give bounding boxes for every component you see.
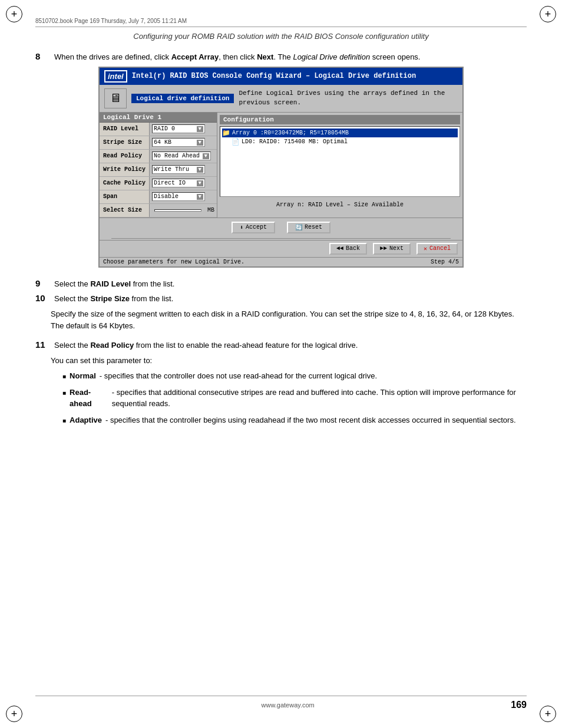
bios-dialog: intel Intel(r) RAID BIOS Console Config …	[98, 67, 464, 268]
bios-label-select-size: Select Size	[100, 204, 150, 217]
step-10-text-end: from the list.	[130, 294, 173, 303]
bios-select-stripe-size[interactable]: 64 KB ▼	[152, 138, 205, 147]
cancel-x-icon: ✕	[424, 245, 427, 252]
file-info: 8510702.book Page 169 Thursday, July 7, …	[35, 18, 187, 24]
bios-nav-row: ◄◄ Back ►► Next ✕ Cancel	[100, 240, 462, 257]
step-10: 10 Select the Stripe Size from the list.…	[35, 293, 527, 332]
bios-select-write-policy-arrow[interactable]: ▼	[197, 167, 203, 173]
bios-label-write-policy: Write Policy	[100, 163, 150, 176]
bios-row-cache-policy: Cache Policy Direct IO ▼	[100, 177, 217, 190]
bios-label-cache-policy: Cache Policy	[100, 177, 150, 190]
bios-select-span-arrow[interactable]: ▼	[197, 194, 203, 200]
step-8-text-end: screen opens.	[370, 52, 420, 61]
footer-page-number: 169	[511, 700, 527, 710]
bios-select-write-policy[interactable]: Write Thru ▼	[152, 165, 205, 174]
bios-select-raid-level[interactable]: RAID 0 ▼	[152, 124, 205, 133]
bios-select-stripe-size-value: 64 KB	[154, 139, 171, 146]
bios-tree-icon-0: 📁	[222, 129, 230, 137]
bios-input-select-size[interactable]	[154, 209, 201, 212]
bios-header-desc-line2: previous screen.	[239, 98, 445, 107]
bios-tree-item-1[interactable]: 📄 LD0: RAID0: 715408 MB: Optimal	[222, 137, 458, 146]
bios-header-desc-line1: Define Logical Drives using the arrays d…	[239, 89, 445, 98]
corner-mark-tr	[540, 6, 556, 22]
bios-select-span-value: Disable	[154, 193, 178, 200]
step-9-number: 9	[35, 278, 51, 290]
step-11-number: 11	[35, 340, 51, 351]
bios-config-header: Configuration	[220, 115, 460, 124]
bios-select-cache-policy-arrow[interactable]: ▼	[197, 180, 203, 186]
bios-accept-row: ⬇ Accept 🔄 Reset	[100, 218, 462, 237]
step-10-number: 10	[35, 293, 51, 305]
step-11-text: Select the Read Policy from the list to …	[54, 340, 358, 351]
step-8-text: When the drives are defined, click Accep…	[54, 51, 420, 63]
step-8-text-after: . The	[273, 52, 293, 61]
step-8-bold2: Next	[257, 52, 273, 61]
bullet-readahead-bold: Read-ahead	[70, 387, 108, 410]
step-11-bold: Read Policy	[90, 341, 134, 350]
accept-label: Accept	[246, 224, 267, 230]
step-9-text-end: from the list.	[131, 279, 174, 288]
cancel-button[interactable]: ✕ Cancel	[416, 243, 458, 255]
step-8-text-mid: , then click	[219, 52, 257, 61]
bios-status-text: Choose parameters for new Logical Drive.	[103, 259, 244, 265]
bios-row-write-policy: Write Policy Write Thru ▼	[100, 163, 217, 177]
back-label: Back	[346, 245, 360, 252]
bios-tree: 📁 Array 0 :R0=230472MB; R5=178054MB 📄 LD…	[220, 126, 460, 197]
bios-row-span: Span Disable ▼	[100, 190, 217, 204]
bios-select-cache-policy-value: Direct IO	[154, 180, 186, 186]
bios-header-desc: Define Logical Drives using the arrays d…	[239, 89, 445, 107]
next-label: Next	[389, 245, 404, 252]
bios-status-row: Choose parameters for new Logical Drive.…	[100, 257, 462, 266]
page-footer: www.gateway.com 169	[35, 696, 527, 710]
bios-select-cache-policy[interactable]: Direct IO ▼	[152, 179, 205, 187]
bios-body: Logical Drive 1 RAID Level RAID 0 ▼ Stri…	[100, 113, 462, 218]
bios-tree-icon-1: 📄	[232, 138, 240, 146]
array-info: Array n: RAID Level – Size Available	[220, 197, 460, 210]
bios-tree-item-0[interactable]: 📁 Array 0 :R0=230472MB; R5=178054MB	[222, 129, 458, 137]
step-10-header: 10 Select the Stripe Size from the list.	[35, 293, 527, 305]
step-11-desc: You can set this parameter to:	[51, 355, 527, 367]
step-8-bold1: Accept Array	[171, 52, 219, 61]
step-8-text-before: When the drives are defined, click	[54, 52, 171, 61]
step-11: 11 Select the Read Policy from the list …	[35, 340, 527, 426]
bullet-readahead-text: - specifies that additional consecutive …	[112, 387, 527, 410]
bullet-adaptive: Adaptive - specifies that the controller…	[62, 414, 527, 426]
bios-select-span[interactable]: Disable ▼	[152, 192, 205, 201]
step-9-text-before: Select the	[54, 279, 90, 288]
subtitle: Configuring your ROMB RAID solution with…	[35, 32, 527, 41]
bios-select-raid-level-arrow[interactable]: ▼	[197, 126, 203, 132]
bios-header-label: Logical drive definition	[131, 94, 234, 103]
bios-select-read-policy-arrow[interactable]: ▼	[203, 153, 209, 159]
footer-url: www.gateway.com	[65, 701, 511, 709]
step-11-text-before: Select the	[54, 341, 90, 350]
next-button[interactable]: ►► Next	[373, 243, 411, 255]
bios-row-read-policy: Read Policy No Read Ahead ▼	[100, 150, 217, 163]
bios-right-panel: Configuration 📁 Array 0 :R0=230472MB; R5…	[217, 113, 462, 218]
accept-icon: ⬇	[240, 224, 243, 231]
bios-label-stripe-size: Stripe Size	[100, 136, 150, 149]
back-arrow-icon: ◄◄	[336, 245, 343, 252]
bios-select-read-policy[interactable]: No Read Ahead ▼	[152, 151, 211, 160]
step-11-bullets: Normal - specifies that the controller d…	[62, 370, 527, 426]
step-8-header: 8 When the drives are defined, click Acc…	[35, 51, 527, 63]
bios-separator	[111, 238, 451, 239]
corner-mark-br	[540, 706, 556, 722]
bios-label-raid-level: RAID Level	[100, 123, 150, 136]
bios-header-icon: 🖥	[104, 88, 127, 108]
reset-icon: 🔄	[295, 224, 302, 231]
accept-button[interactable]: ⬇ Accept	[232, 222, 275, 233]
page-header: 8510702.book Page 169 Thursday, July 7, …	[35, 18, 527, 27]
step-9: 9 Select the RAID Level from the list.	[35, 278, 527, 290]
bios-label-read-policy: Read Policy	[100, 150, 150, 163]
reset-button[interactable]: 🔄 Reset	[287, 222, 330, 233]
step-8-italic: Logical Drive definition	[293, 52, 370, 61]
bullet-adaptive-bold: Adaptive	[70, 414, 102, 426]
bios-select-stripe-size-arrow[interactable]: ▼	[197, 140, 203, 146]
intel-logo: intel	[104, 70, 127, 83]
next-arrow-icon: ►►	[380, 245, 387, 252]
bios-left-panel: Logical Drive 1 RAID Level RAID 0 ▼ Stri…	[100, 113, 217, 218]
reset-label: Reset	[305, 224, 322, 230]
bios-label-span: Span	[100, 190, 150, 203]
back-button[interactable]: ◄◄ Back	[329, 243, 367, 255]
bullet-adaptive-text: - specifies that the controller begins u…	[105, 414, 516, 426]
